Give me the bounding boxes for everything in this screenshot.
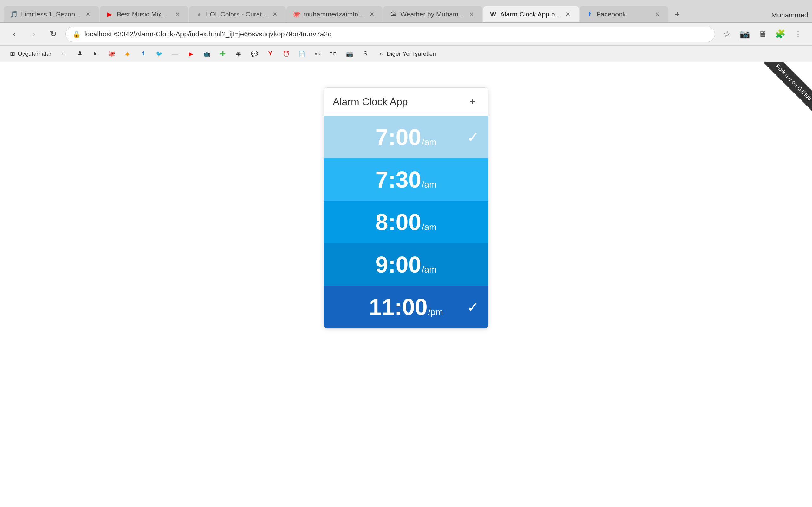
bm-2-icon: ○	[61, 50, 67, 57]
extensions-button[interactable]: 🧩	[773, 26, 788, 42]
bm-7-icon: f	[140, 50, 147, 57]
alarm-4-period: /am	[422, 265, 437, 275]
profile-name: Muhammed	[771, 11, 808, 19]
bookmark-3[interactable]: A	[72, 49, 87, 59]
tab-2-close[interactable]: ✕	[173, 10, 182, 19]
bookmark-apps-label: Uygulamalar	[18, 50, 52, 57]
alarm-list: 7:00/am ✓ 7:30/am 8:00/am	[324, 116, 488, 328]
tab-1-label: Limitless 1. Sezon...	[21, 10, 81, 18]
bookmark-15[interactable]: Y	[263, 49, 277, 59]
url-bar[interactable]: 🔒 localhost:63342/Alarm-Clock-App/index.…	[65, 26, 715, 42]
alarm-2-period: /am	[422, 180, 437, 190]
bookmark-star-button[interactable]: ☆	[719, 26, 734, 42]
bookmark-2[interactable]: ○	[57, 49, 71, 59]
bm-4-icon: fn	[92, 50, 99, 57]
alarm-5-time-value: 11:00	[369, 294, 427, 320]
alarm-item-2[interactable]: 7:30/am	[324, 158, 488, 201]
bookmark-4[interactable]: fn	[89, 49, 103, 59]
more-bookmarks-label: Diğer Yer İşaretleri	[387, 50, 436, 57]
alarm-5-period: /pm	[428, 307, 443, 317]
bookmark-17[interactable]: 📄	[295, 49, 309, 59]
apps-icon: ⊞	[9, 50, 16, 57]
bookmark-12[interactable]: ✚	[215, 49, 230, 59]
tab-4[interactable]: 🐙 muhammedzaimtr/... ✕	[287, 6, 383, 22]
tab-7-label: Facebook	[597, 10, 650, 18]
alarm-time-2: 7:30/am	[375, 167, 437, 193]
tab-5-close[interactable]: ✕	[467, 10, 476, 19]
cast-button[interactable]: 🖥	[755, 26, 770, 42]
tab-3[interactable]: ● LOL Colors - Curat... ✕	[189, 6, 286, 22]
bm-9-icon: —	[171, 50, 179, 57]
tab-2[interactable]: ▶ Best Music Mix... ✕	[100, 6, 189, 22]
tab-7[interactable]: f Facebook ✕	[579, 6, 668, 22]
tab-1[interactable]: 🎵 Limitless 1. Sezon... ✕	[4, 6, 99, 22]
alarm-2-time-value: 7:30	[375, 167, 421, 193]
bookmark-19[interactable]: T.E.	[326, 49, 341, 59]
alarm-item-4[interactable]: 9:00/am	[324, 243, 488, 286]
bookmark-more[interactable]: »Diğer Yer İşaretleri	[374, 49, 440, 59]
bookmark-16[interactable]: ⏰	[279, 49, 293, 59]
alarm-4-time-value: 9:00	[375, 251, 421, 278]
tab-6-close[interactable]: ✕	[564, 10, 572, 19]
tab-1-close[interactable]: ✕	[84, 10, 93, 19]
bookmark-10[interactable]: ▶	[184, 49, 198, 59]
bookmark-apps[interactable]: ⊞ Uygulamalar	[5, 49, 55, 59]
forward-button[interactable]: ›	[26, 26, 41, 42]
tab-5[interactable]: 🌤 Weather by Muham... ✕	[383, 6, 482, 22]
alarm-time-3: 8:00/am	[375, 209, 437, 235]
bm-13-icon: ◉	[235, 50, 242, 57]
bm-15-icon: Y	[267, 50, 274, 57]
tab-5-favicon: 🌤	[390, 10, 397, 18]
page-content: Fork me on GitHub Alarm Clock App + 7:00…	[0, 62, 812, 507]
alarm-item-1[interactable]: 7:00/am ✓	[324, 116, 488, 158]
alarm-card-title: Alarm Clock App	[333, 96, 408, 108]
alarm-1-period: /am	[422, 137, 437, 147]
bookmark-11[interactable]: 📺	[200, 49, 214, 59]
bookmark-13[interactable]: ◉	[231, 49, 246, 59]
bm-14-icon: 💬	[251, 50, 258, 57]
tab-6-label: Alarm Clock App b...	[500, 10, 560, 18]
tab-1-favicon: 🎵	[10, 10, 18, 18]
add-alarm-button[interactable]: +	[465, 95, 479, 109]
tab-5-label: Weather by Muham...	[400, 10, 464, 18]
screenshot-button[interactable]: 📷	[737, 26, 752, 42]
bm-10-icon: ▶	[188, 50, 194, 57]
back-button[interactable]: ‹	[6, 26, 21, 42]
alarm-card-header: Alarm Clock App +	[324, 88, 488, 116]
alarm-item-5[interactable]: 11:00/pm ✓	[324, 286, 488, 328]
bookmark-18[interactable]: mz	[310, 49, 325, 59]
bm-20-icon: 📷	[346, 50, 353, 57]
bookmark-14[interactable]: 💬	[247, 49, 262, 59]
bm-6-icon: ◆	[124, 50, 131, 57]
bookmark-6[interactable]: ◆	[120, 49, 135, 59]
browser-frame: 🎵 Limitless 1. Sezon... ✕ ▶ Best Music M…	[0, 0, 812, 507]
url-text: localhost:63342/Alarm-Clock-App/index.ht…	[84, 30, 708, 38]
bookmark-5[interactable]: 🐙	[104, 49, 119, 59]
menu-button[interactable]: ⋮	[791, 26, 806, 42]
bookmark-20[interactable]: 📷	[342, 49, 357, 59]
tab-4-close[interactable]: ✕	[367, 10, 376, 19]
tab-6-favicon: W	[490, 10, 497, 18]
tab-7-favicon: f	[586, 10, 594, 18]
tab-7-close[interactable]: ✕	[653, 10, 662, 19]
reload-button[interactable]: ↻	[46, 26, 61, 42]
bm-19-icon: T.E.	[330, 50, 337, 57]
tab-6[interactable]: W Alarm Clock App b... ✕	[483, 6, 579, 22]
new-tab-button[interactable]: +	[669, 6, 686, 22]
alarm-card: Alarm Clock App + 7:00/am ✓ 7:30/am	[323, 88, 489, 329]
alarm-item-3[interactable]: 8:00/am	[324, 201, 488, 243]
nav-bar: ‹ › ↻ 🔒 localhost:63342/Alarm-Clock-App/…	[0, 23, 812, 46]
bookmark-9[interactable]: —	[168, 49, 183, 59]
bookmark-8[interactable]: 🐦	[152, 49, 166, 59]
bookmark-21[interactable]: S	[358, 49, 373, 59]
tab-2-label: Best Music Mix...	[117, 10, 170, 18]
bookmark-7[interactable]: f	[136, 49, 151, 59]
bm-8-icon: 🐦	[156, 50, 163, 57]
fork-ribbon[interactable]: Fork me on GitHub	[749, 62, 812, 125]
lock-icon: 🔒	[72, 31, 81, 38]
alarm-time-1: 7:00/am	[375, 124, 437, 150]
alarm-5-check-icon: ✓	[467, 298, 479, 316]
bm-11-icon: 📺	[203, 50, 210, 57]
profile-area: Muhammed	[771, 11, 808, 22]
tab-3-close[interactable]: ✕	[270, 10, 280, 19]
